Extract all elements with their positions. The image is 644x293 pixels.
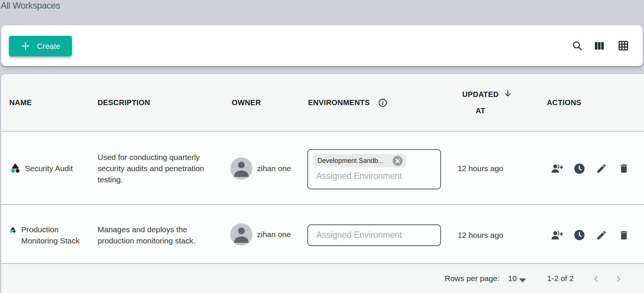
description-line: production monitoring stack.	[98, 235, 230, 246]
cell-name: Production Monitoring Stack	[1, 224, 98, 246]
description-line: testing.	[98, 174, 230, 185]
column-header-environments-label: ENVIRONMENTS	[308, 98, 370, 107]
cell-environments: Development Sandb... Assigned Environmen…	[307, 148, 451, 189]
cell-actions	[510, 157, 644, 180]
sort-desc-arrow-icon	[503, 89, 513, 98]
table-row: Security Audit Used for conducting quart…	[1, 132, 644, 205]
column-header-description[interactable]: DESCRIPTION	[98, 98, 230, 107]
trash-icon	[618, 163, 629, 174]
rows-per-page-select[interactable]: 10	[508, 274, 517, 283]
assigned-environment-input[interactable]: Development Sandb... Assigned Environmen…	[307, 149, 441, 189]
search-button[interactable]	[566, 35, 588, 57]
cell-actions	[510, 224, 644, 246]
workspace-icon	[10, 163, 20, 173]
previous-page-button[interactable]	[585, 268, 607, 290]
chip-remove-icon[interactable]	[392, 155, 403, 166]
history-button[interactable]	[568, 157, 590, 180]
cell-name: Security Audit	[1, 163, 98, 174]
trash-icon	[618, 230, 629, 241]
workspace-icon	[10, 227, 16, 233]
next-page-button[interactable]	[607, 268, 629, 290]
clock-icon	[573, 229, 586, 241]
column-header-updated-at-label: UPDATED AT	[462, 90, 499, 115]
avatar	[230, 223, 253, 246]
create-button[interactable]: Create	[9, 36, 72, 56]
description-line: Manages and deploys the	[98, 224, 230, 235]
column-header-environments[interactable]: ENVIRONMENTS	[307, 98, 451, 107]
toolbar: Create	[1, 25, 643, 66]
rows-per-page-label: Rows per page:	[445, 274, 499, 283]
history-button[interactable]	[568, 224, 590, 246]
table-row: Production Monitoring Stack Manages and …	[1, 205, 644, 264]
cell-description: Manages and deploys the production monit…	[98, 224, 230, 246]
cell-updated-at: 12 hours ago	[451, 231, 510, 240]
chevron-left-icon	[590, 273, 602, 285]
cell-owner: zihan one	[230, 157, 307, 180]
chevron-right-icon	[613, 273, 624, 285]
person-add-icon	[551, 229, 563, 242]
owner-name: zihan one	[257, 164, 291, 173]
owner-name: zihan one	[257, 230, 291, 239]
description-line: security audits and penetration	[98, 163, 230, 174]
grid-view-button[interactable]	[612, 35, 634, 57]
view-columns-icon	[594, 40, 605, 51]
column-header-actions: ACTIONS	[510, 98, 644, 107]
environment-chip[interactable]: Development Sandb...	[313, 154, 406, 167]
avatar	[230, 157, 253, 180]
edit-button[interactable]	[590, 224, 613, 246]
environment-chip-label: Development Sandb...	[317, 157, 392, 165]
table-header-row: NAME DESCRIPTION OWNER ENVIRONMENTS UPDA…	[1, 74, 644, 132]
clock-icon	[573, 163, 586, 175]
assigned-environment-input[interactable]: Assigned Environment	[307, 224, 441, 246]
description-line: Used for conducting quarterly	[98, 152, 230, 163]
grid-icon	[618, 40, 629, 51]
column-view-button[interactable]	[588, 35, 610, 57]
cell-environments: Assigned Environment	[307, 224, 451, 246]
column-header-name[interactable]: NAME	[1, 98, 98, 107]
workspace-name: Production	[21, 224, 79, 235]
share-workspace-button[interactable]	[546, 224, 568, 246]
delete-button[interactable]	[613, 157, 635, 180]
workspace-name: Security Audit	[25, 163, 73, 174]
dropdown-arrow-icon[interactable]	[517, 274, 529, 286]
edit-pencil-icon	[596, 163, 607, 174]
cell-updated-at: 12 hours ago	[451, 164, 510, 173]
info-icon[interactable]	[378, 98, 387, 107]
cell-description: Used for conducting quarterly security a…	[98, 152, 230, 185]
column-header-updated-at[interactable]: UPDATED AT	[451, 86, 510, 119]
cell-owner: zihan one	[230, 223, 307, 246]
person-add-icon	[551, 162, 563, 175]
page-title: All Workspaces	[1, 0, 60, 11]
environment-placeholder: Assigned Environment	[316, 230, 402, 240]
environment-placeholder: Assigned Environment	[316, 171, 402, 181]
edit-pencil-icon	[596, 230, 607, 241]
workspace-name: Monitoring Stack	[21, 235, 79, 246]
create-button-label: Create	[37, 42, 60, 51]
delete-button[interactable]	[613, 224, 635, 246]
share-workspace-button[interactable]	[546, 157, 568, 180]
edit-button[interactable]	[590, 157, 613, 180]
pagination-range-label: 1-2 of 2	[547, 274, 574, 283]
table-pagination: Rows per page: 10 1-2 of 2	[1, 264, 644, 293]
workspaces-table: NAME DESCRIPTION OWNER ENVIRONMENTS UPDA…	[1, 74, 644, 293]
search-icon	[571, 40, 583, 51]
column-header-owner[interactable]: OWNER	[230, 98, 307, 107]
plus-icon	[20, 41, 31, 51]
